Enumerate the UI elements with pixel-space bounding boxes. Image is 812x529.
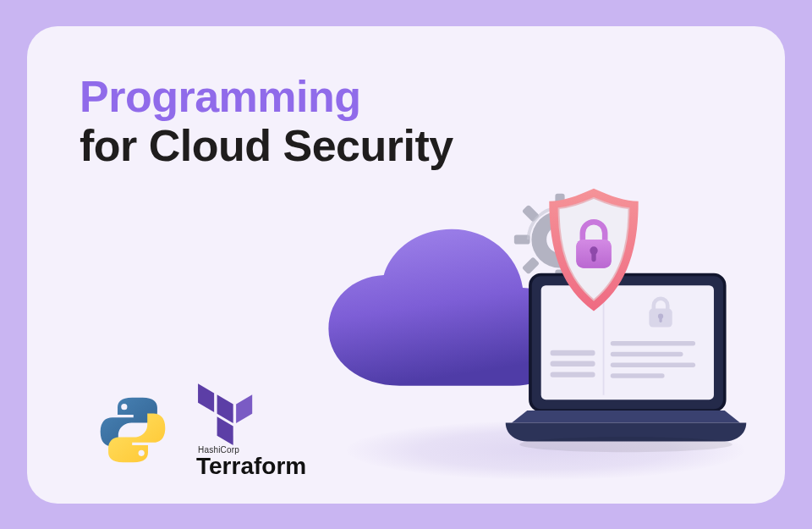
svg-rect-22	[611, 340, 695, 344]
svg-point-1	[139, 449, 145, 455]
svg-rect-19	[551, 350, 595, 355]
terraform-logo-icon	[196, 379, 255, 445]
svg-rect-24	[611, 362, 695, 366]
svg-rect-34	[591, 251, 595, 261]
svg-point-30	[519, 436, 732, 451]
svg-rect-20	[551, 361, 595, 366]
python-logo-icon	[96, 394, 169, 466]
title-line-1: Programming	[80, 72, 453, 121]
svg-point-0	[121, 404, 127, 410]
svg-marker-2	[198, 383, 214, 412]
shield-lock-icon	[536, 184, 651, 319]
svg-marker-5	[236, 394, 252, 423]
svg-rect-25	[611, 373, 665, 377]
svg-rect-21	[551, 372, 595, 377]
svg-rect-23	[611, 351, 683, 355]
illustration	[310, 187, 766, 488]
title-line-2: for Cloud Security	[80, 121, 453, 170]
course-title: Programming for Cloud Security	[80, 72, 453, 170]
course-card: Programming for Cloud Security	[27, 26, 785, 504]
svg-rect-28	[659, 317, 661, 322]
